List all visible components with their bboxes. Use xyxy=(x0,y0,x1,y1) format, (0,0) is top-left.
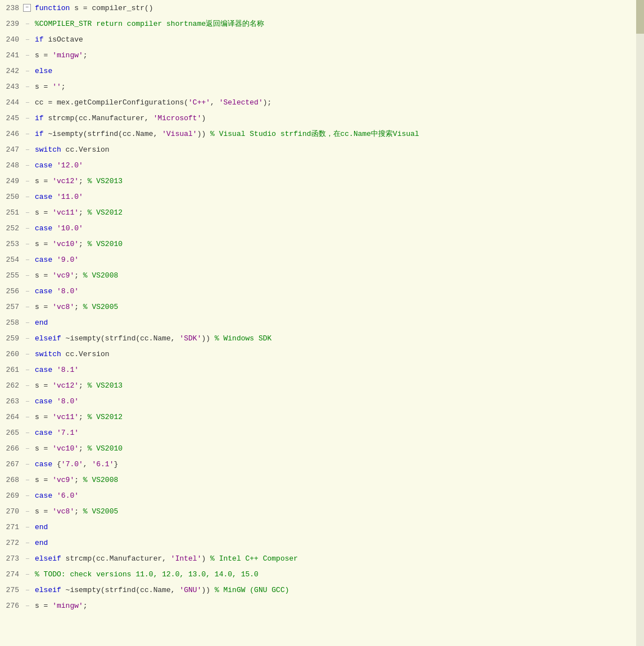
code-content: switch cc.Version xyxy=(33,350,644,358)
line-minus[interactable]: — xyxy=(22,383,33,389)
code-segment: % VS2005 xyxy=(83,303,118,311)
line-minus[interactable]: — xyxy=(22,493,33,499)
code-segment: case xyxy=(35,287,52,295)
code-content: s = 'vc8'; % VS2005 xyxy=(33,507,644,516)
line-minus[interactable]: — xyxy=(22,304,33,310)
code-content: elseif ~isempty(strfind(cc.Name, 'SDK'))… xyxy=(33,334,644,343)
line-minus[interactable]: — xyxy=(22,21,33,27)
code-line: 248— case '12.0' xyxy=(0,157,644,173)
code-segment: s = xyxy=(35,413,52,421)
line-minus[interactable]: — xyxy=(22,99,33,106)
code-line: 241— s = 'mingw'; xyxy=(0,47,644,63)
code-segment: s = xyxy=(35,303,52,311)
line-minus[interactable]: — xyxy=(22,540,33,546)
code-segment: '8.1' xyxy=(57,366,79,374)
code-segment: 'vc11' xyxy=(52,413,79,421)
code-segment xyxy=(52,193,57,201)
code-line: 243— s = ''; xyxy=(0,79,644,94)
line-minus[interactable]: − xyxy=(22,4,33,12)
code-segment: %COMPILER_STR return compiler shortname xyxy=(35,20,206,28)
line-number: 271 xyxy=(0,523,22,531)
code-segment: s = xyxy=(35,240,52,248)
line-minus[interactable]: — xyxy=(22,571,33,577)
line-minus[interactable]: — xyxy=(22,225,33,231)
line-number: 257 xyxy=(0,303,22,311)
code-segment: s = xyxy=(35,177,52,185)
line-minus[interactable]: — xyxy=(22,508,33,515)
code-segment: s = xyxy=(35,83,52,91)
line-minus[interactable]: — xyxy=(22,210,33,216)
line-minus[interactable]: — xyxy=(22,272,33,279)
line-minus[interactable]: — xyxy=(22,241,33,247)
line-minus[interactable]: — xyxy=(22,84,33,90)
line-minus[interactable]: — xyxy=(22,37,33,43)
line-minus[interactable]: — xyxy=(22,68,33,74)
code-segment: ; xyxy=(79,444,88,453)
line-number: 246 xyxy=(0,130,22,138)
scrollbar-thumb[interactable] xyxy=(636,0,644,34)
line-minus[interactable]: — xyxy=(22,477,33,483)
line-minus[interactable]: — xyxy=(22,524,33,530)
code-segment: case xyxy=(35,256,52,264)
line-number: 274 xyxy=(0,570,22,579)
line-minus[interactable]: — xyxy=(22,115,33,121)
line-minus[interactable]: — xyxy=(22,147,33,153)
code-segment: ; xyxy=(79,240,88,248)
code-content: end xyxy=(33,319,644,327)
line-minus[interactable]: — xyxy=(22,430,33,436)
line-minus[interactable]: — xyxy=(22,288,33,294)
line-minus[interactable]: — xyxy=(22,367,33,373)
code-line: 242— else xyxy=(0,63,644,79)
line-minus[interactable]: — xyxy=(22,178,33,184)
code-segment: if xyxy=(35,130,44,138)
code-segment: % MinGW (GNU GCC) xyxy=(215,586,289,594)
code-content: s = 'vc11'; % VS2012 xyxy=(33,413,644,421)
line-number: 254 xyxy=(0,256,22,264)
line-minus[interactable]: — xyxy=(22,335,33,342)
code-segment: case xyxy=(35,397,52,406)
line-minus[interactable]: — xyxy=(22,194,33,200)
code-segment: case xyxy=(35,161,52,170)
code-segment: '6.0' xyxy=(57,492,79,500)
code-segment xyxy=(52,429,57,437)
line-minus[interactable]: — xyxy=(22,556,33,562)
code-segment: % VS2008 xyxy=(83,476,118,484)
line-number: 263 xyxy=(0,397,22,406)
code-segment: switch xyxy=(35,145,61,154)
line-minus[interactable]: — xyxy=(22,351,33,357)
code-content: s = 'mingw'; xyxy=(33,51,644,60)
code-editor: 238−function s = compiler_str()239— %COM… xyxy=(0,0,644,646)
line-minus[interactable]: — xyxy=(22,587,33,593)
code-segment: case xyxy=(35,224,52,233)
code-segment: elseif xyxy=(35,586,61,594)
code-segment: 'Microsoft' xyxy=(153,114,202,122)
line-minus[interactable]: — xyxy=(22,603,33,609)
code-segment: 'vc12' xyxy=(52,381,79,390)
code-content: elseif ~isempty(strfind(cc.Name, 'GNU'))… xyxy=(33,586,644,594)
code-segment: ~isempty(strfind(cc.Name, xyxy=(61,334,180,343)
code-line: 250— case '11.0' xyxy=(0,189,644,204)
code-segment: strcmp(cc.Manufacturer, xyxy=(61,554,171,563)
line-minus[interactable]: — xyxy=(22,398,33,404)
line-minus[interactable]: — xyxy=(22,52,33,58)
code-content: s = 'vc12'; % VS2013 xyxy=(33,177,644,185)
collapse-icon[interactable]: − xyxy=(23,4,31,12)
line-minus[interactable]: — xyxy=(22,461,33,467)
code-segment: 'C++' xyxy=(188,98,210,107)
line-minus[interactable]: — xyxy=(22,445,33,452)
scrollbar[interactable] xyxy=(636,0,644,646)
line-minus[interactable]: — xyxy=(22,257,33,263)
line-minus[interactable]: — xyxy=(22,162,33,169)
code-line: 260— switch cc.Version xyxy=(0,346,644,362)
code-line: 262— s = 'vc12'; % VS2013 xyxy=(0,377,644,393)
code-content: s = 'vc9'; % VS2008 xyxy=(33,476,644,484)
code-segment: s = xyxy=(35,271,52,280)
line-minus[interactable]: — xyxy=(22,131,33,137)
line-minus[interactable]: — xyxy=(22,414,33,420)
code-segment: ) xyxy=(201,554,210,563)
code-segment: 'mingw' xyxy=(52,602,83,610)
line-number: 270 xyxy=(0,507,22,516)
line-minus[interactable]: — xyxy=(22,320,33,326)
code-segment: % VS2012 xyxy=(88,413,123,421)
code-segment: s = xyxy=(35,602,52,610)
